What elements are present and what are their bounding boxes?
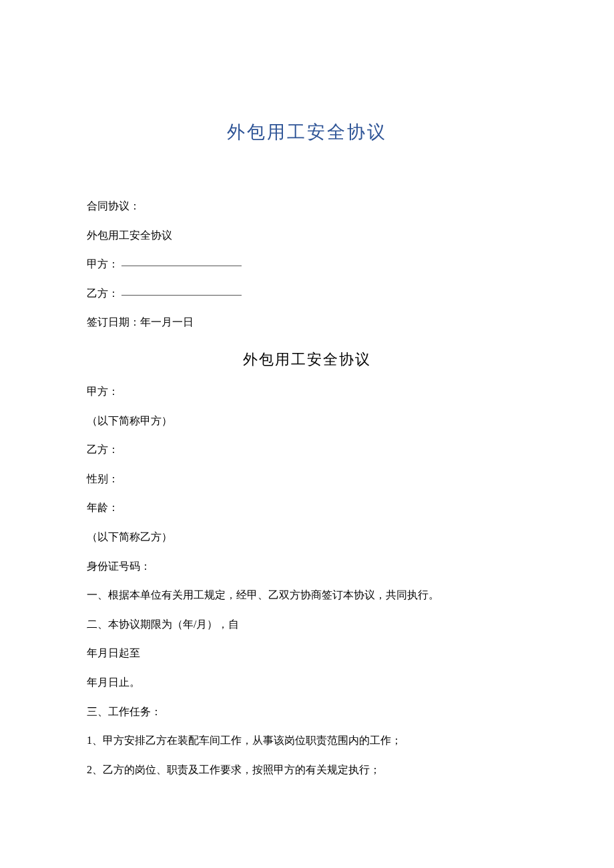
sign-date: 签订日期：年一月一日	[87, 314, 527, 331]
sub-title: 外包用工安全协议	[87, 350, 527, 370]
party-a-blank	[121, 257, 242, 266]
clause-3-1: 1、甲方安排乙方在装配车间工作，从事该岗位职责范围内的工作；	[87, 732, 527, 749]
clause-2-start: 年月日起至	[87, 644, 527, 662]
party-b-header-field: 乙方：	[87, 285, 527, 302]
party-b-note: （以下简称乙方）	[87, 528, 527, 546]
main-title: 外包用工安全协议	[87, 120, 527, 144]
document-page: 外包用工安全协议 合同协议： 外包用工安全协议 甲方： 乙方： 签订日期：年一月…	[0, 0, 614, 857]
party-a-header-label: 甲方：	[87, 258, 119, 270]
clause-3: 三、工作任务：	[87, 703, 527, 721]
party-b-header-label: 乙方：	[87, 288, 119, 299]
clause-2-end: 年月日止。	[87, 674, 527, 691]
gender-label: 性别：	[87, 470, 527, 488]
party-a-label: 甲方：	[87, 383, 527, 400]
age-label: 年龄：	[87, 499, 527, 516]
contract-name: 外包用工安全协议	[87, 227, 527, 244]
id-label: 身份证号码：	[87, 558, 527, 575]
party-b-blank	[121, 286, 242, 296]
clause-1: 一、根据本单位有关用工规定，经甲、乙双方协商签订本协议，共同执行。	[87, 586, 527, 604]
party-b-label: 乙方：	[87, 441, 527, 458]
clause-3-2: 2、乙方的岗位、职责及工作要求，按照甲方的有关规定执行；	[87, 761, 527, 779]
contract-label: 合同协议：	[87, 197, 527, 215]
party-a-note: （以下简称甲方）	[87, 412, 527, 430]
party-a-header-field: 甲方：	[87, 256, 527, 273]
clause-2: 二、本协议期限为（年/月），自	[87, 616, 527, 633]
